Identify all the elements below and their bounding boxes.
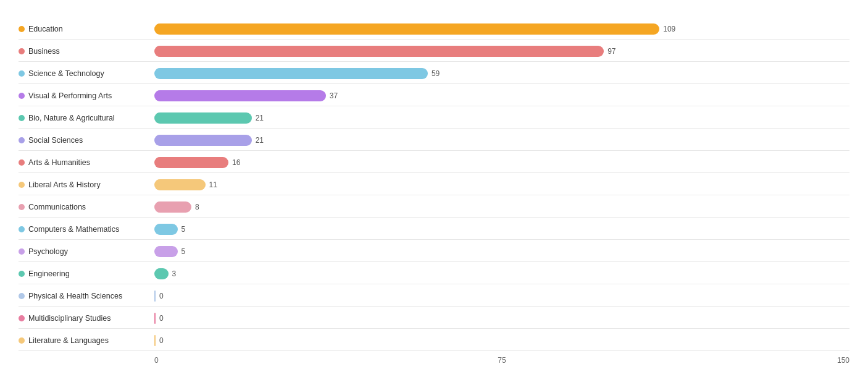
- bar-container: 11: [154, 178, 849, 192]
- bar-label-cell: Communications: [19, 203, 154, 211]
- bar-value-label: 0: [159, 314, 164, 323]
- bar-fill: [154, 246, 178, 257]
- bar-label-text: Multidisciplinary Studies: [28, 314, 111, 323]
- bar-fill: [154, 68, 428, 79]
- bar-label-text: Psychology: [28, 247, 68, 256]
- bar-value-label: 97: [607, 47, 616, 56]
- bar-fill: [154, 179, 206, 190]
- bar-row: Physical & Health Sciences0: [19, 286, 849, 307]
- bar-label-cell: Psychology: [19, 247, 154, 256]
- bar-container: 37: [154, 89, 849, 103]
- bar-value-label: 5: [182, 247, 186, 256]
- bar-row: Visual & Performing Arts37: [19, 85, 849, 106]
- bar-dot: [19, 226, 25, 232]
- bar-value-label: 21: [256, 136, 264, 145]
- bar-container: 3: [154, 267, 849, 281]
- bar-row: Social Sciences21: [19, 130, 849, 151]
- bar-label-text: Bio, Nature & Agricultural: [28, 114, 115, 122]
- bar-container: 0: [154, 334, 849, 347]
- bar-row: Science & Technology59: [19, 63, 849, 84]
- bar-value-label: 37: [330, 91, 338, 100]
- bar-label-cell: Computers & Mathematics: [19, 225, 154, 234]
- bar-fill: [154, 23, 659, 35]
- bar-label-text: Literature & Languages: [28, 336, 109, 345]
- bar-label-cell: Liberal Arts & History: [19, 180, 154, 189]
- bar-container: 109: [154, 22, 849, 36]
- bar-value-label: 59: [432, 69, 440, 78]
- bar-fill: [154, 290, 156, 302]
- bar-value-label: 5: [182, 225, 186, 234]
- bar-label-cell: Engineering: [19, 269, 154, 278]
- bar-container: 59: [154, 67, 849, 80]
- bar-label-text: Arts & Humanities: [28, 158, 90, 167]
- bar-fill: [154, 335, 156, 346]
- x-tick-150: 150: [618, 356, 849, 365]
- bar-label-text: Liberal Arts & History: [28, 180, 101, 189]
- bar-label-cell: Education: [19, 25, 154, 33]
- bar-fill: [154, 201, 191, 213]
- bar-label-text: Science & Technology: [28, 69, 104, 78]
- x-tick-75: 75: [386, 356, 617, 365]
- bar-dot: [19, 93, 25, 99]
- bar-value-label: 0: [159, 336, 164, 345]
- bar-fill: [154, 112, 252, 124]
- bar-value-label: 8: [195, 203, 199, 211]
- bar-dot: [19, 115, 25, 121]
- bar-label-text: Physical & Health Sciences: [28, 292, 122, 300]
- bar-row: Computers & Mathematics5: [19, 219, 849, 240]
- bars-container: Education109Business97Science & Technolo…: [19, 19, 849, 351]
- bar-fill: [154, 46, 604, 57]
- bar-container: 21: [154, 134, 849, 147]
- bar-dot: [19, 26, 25, 32]
- bar-dot: [19, 248, 25, 255]
- bar-dot: [19, 337, 25, 344]
- bar-dot: [19, 315, 25, 321]
- bar-value-label: 16: [232, 158, 240, 167]
- bar-label-text: Visual & Performing Arts: [28, 91, 112, 100]
- bar-value-label: 109: [663, 25, 675, 33]
- bar-dot: [19, 70, 25, 77]
- bar-container: 8: [154, 200, 849, 214]
- bar-label-text: Computers & Mathematics: [28, 225, 119, 234]
- bar-label-text: Education: [28, 25, 63, 33]
- chart-area: Education109Business97Science & Technolo…: [19, 19, 849, 365]
- bar-row: Education109: [19, 19, 849, 40]
- bar-row: Liberal Arts & History11: [19, 174, 849, 195]
- bar-value-label: 11: [209, 180, 217, 189]
- bar-fill: [154, 157, 228, 168]
- bar-label-cell: Literature & Languages: [19, 336, 154, 345]
- bar-label-cell: Social Sciences: [19, 136, 154, 145]
- bar-row: Multidisciplinary Studies0: [19, 308, 849, 329]
- bar-container: 21: [154, 111, 849, 125]
- bar-container: 5: [154, 223, 849, 236]
- bar-fill: [154, 135, 252, 146]
- bar-container: 0: [154, 312, 849, 325]
- bar-label-cell: Bio, Nature & Agricultural: [19, 114, 154, 122]
- bar-dot: [19, 159, 25, 166]
- bar-row: Business97: [19, 41, 849, 62]
- bar-fill: [154, 90, 326, 101]
- bar-fill: [154, 224, 178, 235]
- bar-label-text: Engineering: [28, 269, 70, 278]
- bar-value-label: 21: [256, 114, 264, 122]
- bar-value-label: 0: [159, 292, 164, 300]
- bar-dot: [19, 137, 25, 143]
- bar-label-cell: Business: [19, 47, 154, 56]
- bar-dot: [19, 48, 25, 54]
- x-axis: 0 75 150: [19, 356, 849, 365]
- bar-dot: [19, 271, 25, 277]
- bar-dot: [19, 182, 25, 188]
- bar-label-text: Social Sciences: [28, 136, 83, 145]
- bar-container: 97: [154, 45, 849, 58]
- bar-label-cell: Arts & Humanities: [19, 158, 154, 167]
- bar-row: Communications8: [19, 197, 849, 218]
- bar-value-label: 3: [172, 269, 177, 278]
- bar-label-cell: Science & Technology: [19, 69, 154, 78]
- bar-row: Literature & Languages0: [19, 330, 849, 351]
- bar-container: 5: [154, 245, 849, 258]
- bar-row: Engineering3: [19, 263, 849, 284]
- bar-label-cell: Visual & Performing Arts: [19, 91, 154, 100]
- bar-row: Bio, Nature & Agricultural21: [19, 108, 849, 129]
- bar-fill: [154, 313, 156, 324]
- bar-label-text: Communications: [28, 203, 86, 211]
